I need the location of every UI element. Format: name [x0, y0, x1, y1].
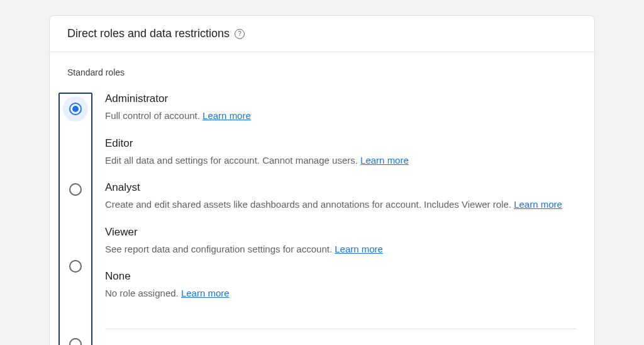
card-header: Direct roles and data restrictions ? [50, 16, 594, 52]
radio-viewer[interactable] [69, 338, 82, 345]
learn-more-link[interactable]: Learn more [514, 199, 562, 210]
roles-card: Direct roles and data restrictions ? Sta… [49, 15, 595, 345]
roles-group: Administrator Full control of account. L… [67, 93, 577, 345]
learn-more-link[interactable]: Learn more [335, 244, 383, 254]
role-desc: Full control of account. Learn more [105, 109, 577, 123]
card-body: Standard roles Administrator Full contro… [50, 52, 594, 345]
role-analyst: Analyst Create and edit shared assets li… [105, 181, 577, 212]
role-desc: No role assigned. Learn more [105, 286, 577, 301]
role-title: Editor [105, 137, 577, 150]
role-desc: Edit all data and settings for account. … [105, 154, 577, 168]
roles-labels: Administrator Full control of account. L… [92, 93, 577, 345]
role-title: None [105, 270, 577, 283]
help-icon[interactable]: ? [235, 29, 245, 39]
role-none: None No role assigned. Learn more [105, 270, 577, 301]
radio-column-highlight [58, 93, 92, 345]
learn-more-link[interactable]: Learn more [203, 110, 251, 121]
role-administrator: Administrator Full control of account. L… [105, 93, 577, 123]
role-title: Viewer [105, 226, 577, 239]
radio-editor[interactable] [69, 183, 82, 196]
learn-more-link[interactable]: Learn more [360, 155, 409, 166]
role-editor: Editor Edit all data and settings for ac… [105, 137, 577, 168]
role-desc: See report data and configuration settin… [105, 242, 577, 257]
card-title: Direct roles and data restrictions [67, 27, 230, 40]
radio-analyst[interactable] [69, 260, 82, 273]
section-label: Standard roles [67, 67, 577, 77]
radio-administrator[interactable] [69, 103, 82, 115]
role-desc: Create and edit shared assets like dashb… [105, 198, 577, 212]
role-title: Analyst [105, 181, 577, 194]
section-divider [105, 329, 577, 329]
role-viewer: Viewer See report data and configuration… [105, 226, 577, 257]
learn-more-link[interactable]: Learn more [181, 288, 230, 298]
role-title: Administrator [105, 93, 577, 105]
